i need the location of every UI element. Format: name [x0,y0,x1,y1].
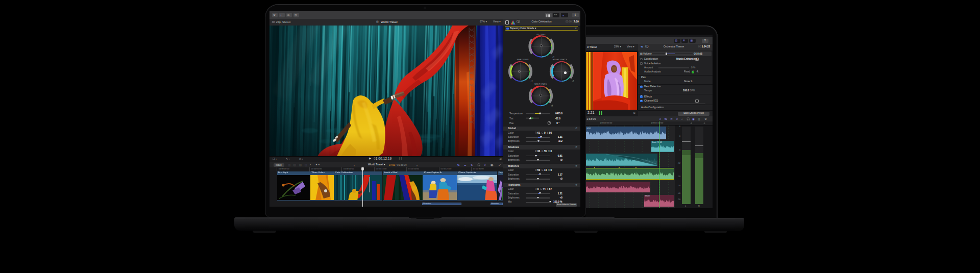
svg-text:6465.0: 6465.0 [555,112,562,115]
svg-text:↺: ↺ [551,104,553,107]
svg-text:Tint: Tint [509,117,513,120]
svg-text:MIDTONES: MIDTONES [534,83,547,85]
svg-text:GLOBAL: GLOBAL [536,33,546,36]
svg-text:0 °: 0 ° [556,122,559,125]
svg-text:-12.0: -12.0 [555,117,561,120]
svg-text:HIGHLIGHTS: HIGHLIGHTS [553,58,568,61]
svg-text:Temperature: Temperature [509,112,523,115]
svg-text:SHADOWS: SHADOWS [517,58,529,61]
svg-text:Hue: Hue [509,122,514,125]
svg-text:↺: ↺ [572,80,574,83]
svg-text:↺: ↺ [531,80,533,83]
